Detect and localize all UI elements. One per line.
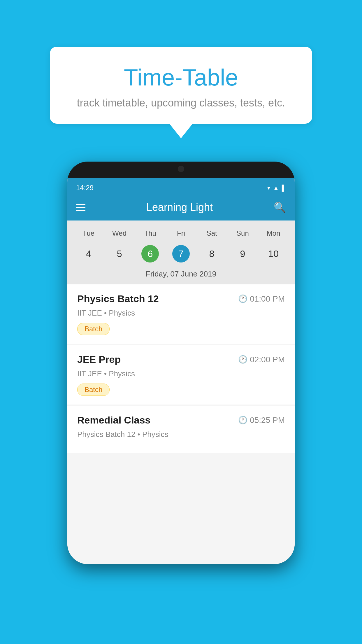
app-feature-title: Time-Table — [73, 64, 289, 91]
weekday-fri: Fri — [166, 226, 196, 240]
clock-icon-3: 🕐 — [238, 416, 247, 425]
schedule-time-1: 🕐 01:00 PM — [238, 294, 285, 304]
speech-bubble-wrapper: Time-Table track timetable, upcoming cla… — [50, 47, 312, 138]
clock-icon-1: 🕐 — [238, 294, 247, 303]
schedule-item-header-2: JEE Prep 🕐 02:00 PM — [77, 354, 285, 365]
date-6-today[interactable]: 6 — [135, 243, 166, 265]
date-5[interactable]: 5 — [104, 243, 135, 265]
date-4[interactable]: 4 — [73, 243, 104, 265]
weekday-thu: Thu — [135, 226, 166, 240]
weekdays-row: Tue Wed Thu Fri Sat Sun Mon — [73, 226, 289, 240]
calendar-section: Tue Wed Thu Fri Sat Sun Mon 4 5 — [67, 220, 295, 284]
schedule-subtitle-2: IIT JEE • Physics — [77, 369, 285, 378]
batch-badge-1: Batch — [77, 323, 110, 335]
weekday-wed: Wed — [104, 226, 135, 240]
signal-icon: ▲ — [273, 185, 279, 191]
phone-screen: 14:29 ▾ ▲ ▌ Learning Light 🔍 — [67, 178, 295, 564]
batch-badge-2: Batch — [77, 384, 110, 396]
app-bar: Learning Light 🔍 — [67, 194, 295, 220]
schedule-item-header-1: Physics Batch 12 🕐 01:00 PM — [77, 293, 285, 304]
status-time: 14:29 — [76, 184, 94, 192]
wifi-icon: ▾ — [267, 184, 270, 191]
menu-button[interactable] — [76, 204, 85, 211]
schedule-time-value-2: 02:00 PM — [250, 355, 285, 364]
speech-bubble-arrow — [169, 124, 193, 138]
schedule-list: Physics Batch 12 🕐 01:00 PM IIT JEE • Ph… — [67, 284, 295, 564]
speech-bubble-card: Time-Table track timetable, upcoming cla… — [50, 47, 312, 124]
schedule-time-3: 🕐 05:25 PM — [238, 416, 285, 425]
clock-icon-2: 🕐 — [238, 355, 247, 364]
status-icons: ▾ ▲ ▌ — [267, 184, 286, 191]
phone-wrapper: 14:29 ▾ ▲ ▌ Learning Light 🔍 — [67, 162, 295, 564]
app-title: Learning Light — [146, 201, 213, 214]
search-icon[interactable]: 🔍 — [274, 202, 286, 213]
weekday-mon: Mon — [258, 226, 289, 240]
camera-dot — [178, 166, 184, 172]
schedule-title-1: Physics Batch 12 — [77, 293, 159, 304]
app-feature-subtitle: track timetable, upcoming classes, tests… — [73, 97, 289, 109]
schedule-subtitle-3: Physics Batch 12 • Physics — [77, 430, 285, 439]
date-10[interactable]: 10 — [258, 243, 289, 265]
calendar-dates-row: 4 5 6 7 8 9 — [73, 243, 289, 265]
schedule-subtitle-1: IIT JEE • Physics — [77, 309, 285, 318]
schedule-title-2: JEE Prep — [77, 354, 121, 365]
date-8[interactable]: 8 — [196, 243, 227, 265]
schedule-item-jee-prep[interactable]: JEE Prep 🕐 02:00 PM IIT JEE • Physics Ba… — [67, 345, 295, 405]
status-bar: 14:29 ▾ ▲ ▌ — [67, 178, 295, 194]
schedule-time-value-1: 01:00 PM — [250, 294, 285, 304]
weekday-sat: Sat — [196, 226, 227, 240]
schedule-item-physics-batch[interactable]: Physics Batch 12 🕐 01:00 PM IIT JEE • Ph… — [67, 284, 295, 344]
schedule-title-3: Remedial Class — [77, 414, 150, 426]
schedule-time-2: 🕐 02:00 PM — [238, 355, 285, 364]
date-7-selected[interactable]: 7 — [166, 243, 196, 265]
battery-icon: ▌ — [282, 185, 286, 191]
phone-frame: 14:29 ▾ ▲ ▌ Learning Light 🔍 — [67, 162, 295, 564]
schedule-item-header-3: Remedial Class 🕐 05:25 PM — [77, 414, 285, 426]
weekday-tue: Tue — [73, 226, 104, 240]
weekday-sun: Sun — [227, 226, 258, 240]
selected-date-label: Friday, 07 June 2019 — [73, 265, 289, 284]
schedule-time-value-3: 05:25 PM — [250, 416, 285, 425]
schedule-item-remedial[interactable]: Remedial Class 🕐 05:25 PM Physics Batch … — [67, 406, 295, 453]
date-9[interactable]: 9 — [227, 243, 258, 265]
